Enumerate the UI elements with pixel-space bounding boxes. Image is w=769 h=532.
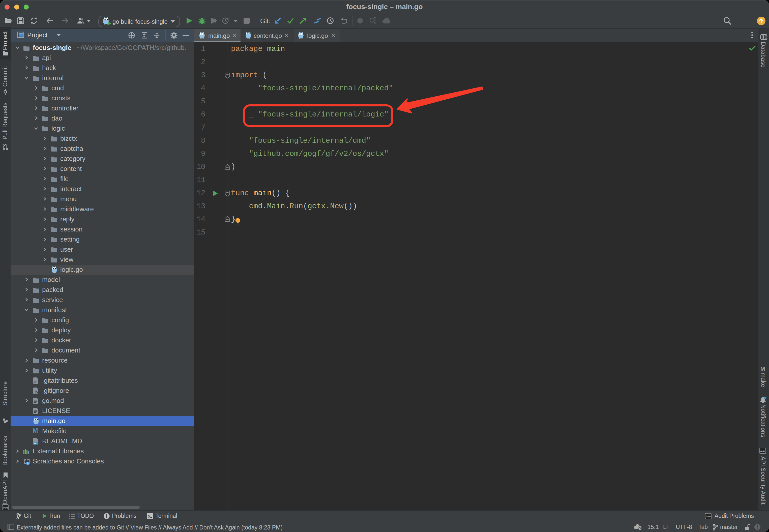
svg-text:/API: /API [706, 515, 711, 518]
svg-text:/API: /API [3, 506, 8, 509]
svg-text:/API: /API [760, 450, 765, 453]
